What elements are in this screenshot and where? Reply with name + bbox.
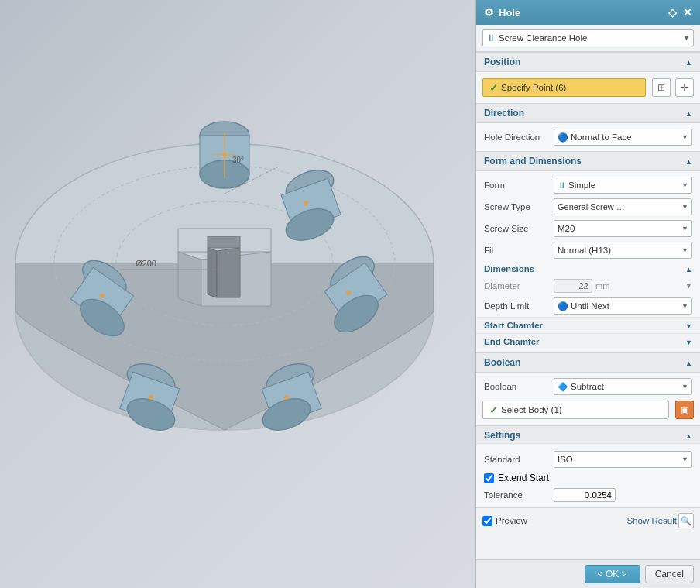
panel-header: ⚙ Hole ◇ ✕ — [476, 0, 700, 25]
svg-point-16 — [222, 153, 227, 157]
svg-point-28 — [284, 395, 289, 400]
depth-limit-value: Until Next — [571, 301, 609, 311]
boolean-chevron-icon — [685, 357, 692, 368]
standard-label: Standard — [484, 455, 554, 464]
chevron-down-icon: ▼ — [681, 246, 688, 254]
screw-type-label: Screw Type — [484, 202, 554, 211]
boolean-section-header[interactable]: Boolean — [476, 352, 700, 373]
point-grid-btn[interactable]: ⊞ — [652, 78, 671, 97]
svg-marker-8 — [208, 236, 240, 248]
dimensions-chevron-icon — [685, 264, 692, 273]
ok-button[interactable]: < OK > — [585, 565, 640, 583]
form-value: Simple — [568, 181, 595, 190]
standard-dropdown[interactable]: ISO ▼ — [554, 451, 692, 468]
chevron-down-icon: ▼ — [681, 456, 688, 463]
depth-limit-dropdown[interactable]: 🔵 Until Next ▼ — [554, 297, 692, 315]
start-chamfer-row[interactable]: Start Chamfer — [476, 317, 700, 333]
fit-label: Fit — [484, 246, 554, 255]
body-icon-btn[interactable]: ▣ — [675, 401, 694, 419]
fit-value: Normal (H13) — [558, 246, 611, 255]
screw-type-dropdown[interactable]: General Screw Clear... ▼ — [554, 198, 692, 215]
screw-size-dropdown[interactable]: M20 ▼ — [554, 220, 692, 237]
specify-point-btn[interactable]: ✓ Specify Point (6) — [482, 78, 646, 97]
end-chamfer-row[interactable]: End Chamfer — [476, 333, 700, 349]
screw-size-row: Screw Size M20 ▼ — [476, 218, 700, 239]
panel-title: Hole — [499, 7, 520, 19]
svg-marker-10 — [217, 248, 240, 297]
standard-row: Standard ISO ▼ — [476, 449, 700, 470]
dimensions-subheader[interactable]: Dimensions — [476, 261, 700, 277]
boolean-section-label: Boolean — [484, 357, 520, 368]
specify-point-row: ✓ Specify Point (6) ⊞ ✛ — [476, 75, 700, 100]
depth-limit-row: Depth Limit 🔵 Until Next ▼ — [476, 295, 700, 317]
screw-size-label: Screw Size — [484, 224, 554, 233]
boolean-section-content: Boolean 🔷 Subtract ▼ ✓ Select Body (1) ▣ — [476, 373, 700, 425]
settings-chevron-icon — [685, 430, 692, 441]
position-section-header[interactable]: Position — [476, 52, 700, 72]
form-section-label: Form and Dimensions — [484, 156, 582, 167]
chevron-down-icon: ▼ — [681, 225, 688, 232]
form-dropdown[interactable]: ⏸ Simple ▼ — [554, 177, 692, 194]
direction-section-content: Hole Direction 🔵 Normal to Face ▼ — [476, 123, 700, 151]
hole-direction-dropdown[interactable]: 🔵 Normal to Face ▼ — [554, 129, 692, 146]
diameter-label: Diameter — [484, 281, 554, 291]
settings-section-header[interactable]: Settings — [476, 425, 700, 445]
select-body-btn[interactable]: ✓ Select Body (1) — [482, 401, 669, 419]
direction-section-header[interactable]: Direction — [476, 103, 700, 123]
extend-start-checkbox[interactable] — [484, 473, 494, 483]
form-label: Form — [484, 181, 554, 190]
end-chamfer-chevron-icon — [685, 337, 692, 346]
boolean-value: Subtract — [571, 382, 604, 391]
svg-point-24 — [346, 291, 351, 295]
subtract-icon: 🔷 — [558, 382, 568, 392]
panel-title-area: ⚙ Hole — [484, 6, 520, 19]
hole-direction-value: Normal to Face — [571, 132, 632, 142]
direction-chevron-icon — [685, 108, 692, 119]
point-add-btn[interactable]: ✛ — [675, 78, 694, 97]
diameter-row: Diameter 22 mm ▼ — [476, 277, 700, 295]
tolerance-row: Tolerance — [476, 486, 700, 504]
boolean-label: Boolean — [484, 382, 554, 391]
minimize-icon[interactable]: ◇ — [668, 6, 677, 19]
direction-icon: 🔵 — [558, 132, 568, 143]
checkmark-icon: ✓ — [489, 404, 498, 416]
chevron-down-icon: ▼ — [683, 34, 690, 42]
form-icon: ⏸ — [558, 181, 566, 190]
tolerance-input[interactable] — [554, 488, 616, 502]
specify-point-label: Specify Point (6) — [501, 83, 566, 92]
form-section-header[interactable]: Form and Dimensions — [476, 151, 700, 171]
position-chevron-icon — [685, 57, 692, 67]
start-chamfer-chevron-icon — [685, 321, 692, 330]
extend-start-row: Extend Start — [476, 470, 700, 486]
depth-limit-label: Depth Limit — [484, 301, 554, 311]
preview-area: Preview — [482, 516, 622, 526]
show-result-btn[interactable]: Show Result — [626, 516, 677, 525]
boolean-dropdown[interactable]: 🔷 Subtract ▼ — [554, 378, 692, 395]
hole-type-row: ⏸ Screw Clearance Hole ▼ — [476, 25, 700, 52]
extend-start-label: Extend Start — [498, 473, 549, 483]
cancel-button[interactable]: Cancel — [645, 565, 694, 583]
fit-dropdown[interactable]: Normal (H13) ▼ — [554, 242, 692, 259]
tolerance-label: Tolerance — [484, 490, 554, 500]
select-body-row: ✓ Select Body (1) ▣ — [476, 397, 700, 422]
start-chamfer-label: Start Chamfer — [484, 321, 543, 330]
action-row: < OK > Cancel — [476, 559, 700, 588]
close-icon[interactable]: ✕ — [683, 6, 692, 19]
hole-direction-label: Hole Direction — [484, 132, 554, 142]
panel-controls[interactable]: ◇ ✕ — [668, 6, 692, 19]
settings-section-label: Settings — [484, 430, 520, 441]
footer-row: Preview Show Result 🔍 — [476, 507, 700, 533]
svg-marker-6 — [178, 252, 201, 306]
hole-type-dropdown[interactable]: ⏸ Screw Clearance Hole ▼ — [482, 29, 694, 46]
magnifier-btn[interactable]: 🔍 — [678, 513, 694, 528]
settings-section-content: Standard ISO ▼ Extend Start Tolerance — [476, 445, 700, 507]
preview-checkbox[interactable] — [482, 516, 492, 526]
form-row: Form ⏸ Simple ▼ — [476, 174, 700, 196]
screw-type-row: Screw Type General Screw Clear... ▼ — [476, 196, 700, 218]
hole-type-value: Screw Clearance Hole — [499, 33, 587, 43]
diameter-chevron-icon: ▼ — [685, 282, 692, 290]
screw-type-value: General Screw Clear... — [558, 202, 627, 211]
screw-size-value: M20 — [558, 224, 575, 233]
svg-point-32 — [149, 395, 153, 400]
svg-text:30°: 30° — [232, 156, 244, 164]
